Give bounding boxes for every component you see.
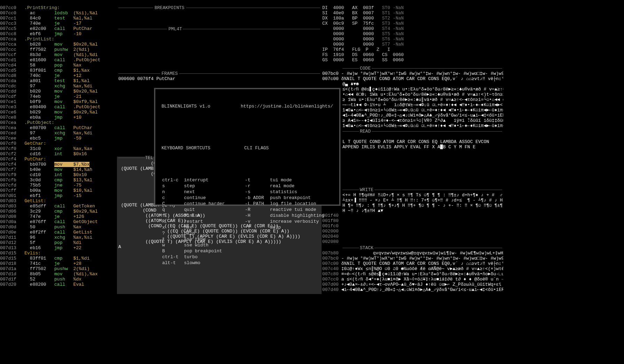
register-row: CX 00c9 SP 75fc ST3 -NaN: [322, 21, 503, 26]
help-key-row: Ccontinue harder: [162, 201, 230, 206]
cli-flags-title: CLI FLAGS: [244, 145, 330, 151]
disasm-row: 007d18 741c je +28: [0, 261, 117, 266]
help-url[interactable]: https://justine.lol/blinkenlights/: [241, 104, 333, 109]
code-line: 007bc0 - #w)w °#w)wT°)wX°w↑°‡wG #w)w°°‡w…: [322, 71, 503, 76]
code-glyph-line: 1◄0▲•⌂<←◄τôn≥i=└☺őW±→«◄Φ↓ü⌂ü ☺∟+ë=♦↑♦◄ ◄…: [322, 108, 503, 113]
disasm-row: 007cd5 83f801 cmp $1,%ax: [0, 68, 117, 73]
stack-row: 007c40 ‡0♫@↑♦Wx ≤n║%@O ☺0 ♫0 ☻%uöôë Æë α…: [322, 266, 503, 271]
disasm-row: 007d0d 50 push %ax: [0, 224, 117, 230]
code-glyph-line: •⌂◄◄ ë□Φ↓ 1Wa u•:Eλu°δ★öo°δu♂8ë►≥«:♣u®vä…: [322, 92, 503, 97]
disasm-row: 007d20 e88200 call Eval: [0, 282, 117, 287]
disasm-row: 007ccf 8b3d mov (%di),%di: [0, 52, 117, 57]
disasm-row: 007ccc ff7502 pushw 2(%di): [0, 47, 117, 52]
disasm-row: 007cf2 cd16 int $0x16: [0, 151, 117, 157]
write-line: ┴±x+▐ ‼‼‼ - ×♪ E+ ┴ ‼¶ H ‼↑: 7+¶ ☺¶+‼ # …: [342, 198, 503, 203]
code-header: CODE: [360, 66, 371, 71]
disasm-row: 007cff b00a mov $10,%al: [0, 188, 117, 193]
disasm-row: 007d13 eb16 jmp +22: [0, 245, 117, 251]
kb-shortcuts-title: KEYBOARD SHORTCUTS: [161, 145, 230, 151]
disasm-row: 007cea .PutObject:: [0, 120, 117, 125]
write-line: H ~‼ ♪ ♪¶±‼H ▲▼: [342, 208, 503, 213]
disasm-row: 007ced 97 xchg %ax,%di: [0, 130, 117, 136]
disasm-row: 007cc5 e82c00 call PutChar: [0, 26, 117, 31]
help-flag-row: -L PATHlog file location: [245, 201, 329, 206]
frames-content: 000600 0076f4 PutChar: [118, 76, 175, 81]
stack-row: 007cc0 a ≤<(t♂ﬁ δ◄*=♦(λu■i≡ð► Xå~◊+ö♫¥‡↑…: [322, 277, 503, 282]
code-line: 007c00 δ%NIL T QUOTE COND ATOM CAR CDR C…: [322, 76, 503, 81]
write-line: <+= H ‼¶q#H# ‼♫D+♪¶ × s ‼¶ Ts ☺¶ ¶ ¶ : ‼…: [342, 192, 503, 198]
register-row: 0000 0000 ST4 -NaN: [322, 26, 503, 31]
disasm-row: 007cc0 ac lodsb (%si),%al: [0, 10, 117, 16]
help-flag-row: -Rreactive tui mode: [245, 207, 329, 212]
write-buffer: <+= H ‼¶q#H# ‼♫D+♪¶ × s ‼¶ Ts ☺¶ ¶ ¶ : ‼…: [342, 192, 503, 213]
stack-row: 007bc0 - #w)w °#w)wT°)wX°w↑°‡wG #w)w°°‡w…: [322, 256, 503, 261]
code-glyph-line: ─←→ti♦◄ Φ-i½+u ┴ i⌂δ@τW±→«◄Φ↓ü ☺∟+ë=♦↑♦◄…: [322, 102, 503, 108]
disasm-row: 007ce8 eb0a jmp +10: [0, 115, 117, 120]
disasm-row: 007d01 ebf1 jmp -15: [0, 193, 117, 198]
disasm-row: 007d1a ff7502 pushw 2(%di): [0, 266, 117, 271]
keyboard-shortcuts-list: ctrl-cinterruptsstepnnextccontinueCconti…: [161, 177, 230, 266]
help-key-row: ccontinue: [162, 195, 230, 200]
help-key-row: tsse type: [162, 237, 230, 242]
disasm-row: 007cdd b020 mov $0x20,%al: [0, 89, 117, 94]
disasm-row: 007cd1 e81600 call .PutObject: [0, 57, 117, 63]
disasm-row: 007cea e80700 call PutChar: [0, 125, 117, 130]
disasm-row: 007d03 GetList:: [0, 198, 117, 204]
disasm-row: 007ce1 b0f9 mov $0xf9,%al: [0, 99, 117, 104]
register-flags: IP 76f4 FLG P Z I: [322, 47, 503, 52]
write-header: WRITE: [360, 187, 373, 192]
help-flag-row: -rreal mode: [245, 183, 329, 189]
disasm-row: 007cc1 84c0 test %al,%al: [0, 16, 117, 21]
disassembly-listing: 007cc0 .PrintString:007cc0 ac lodsb (%si…: [0, 5, 117, 287]
register-row: 0000 0000 ST5 -NaN: [322, 31, 503, 37]
disasm-row: 007cfb 3c0d cmp $13,%al: [0, 177, 117, 183]
disasm-row: 007d11 96 xchg %ax,%si: [0, 235, 117, 240]
disasm-row: 007cdc 97 xchg %ax,%di: [0, 84, 117, 89]
register-row: 0000 0000 ST7 -NaN: [322, 42, 503, 47]
stack-header: STACK: [360, 245, 373, 251]
disasm-row: 007cda a801 test $1,%al: [0, 78, 117, 84]
disasm-row: 007d0e e8f2ff call GetList: [0, 230, 117, 235]
read-header: READ: [360, 129, 371, 134]
disasm-row: 007cf4 bb0700 mov $7,%bx: [0, 162, 117, 167]
stack-row: 007c80 ≡=é←<(t♂ﬁ s@ë≤▌ç♦☺11♫@↑Wa u•:Eλu°…: [322, 271, 503, 277]
disasm-row: 007cc0 .PrintString:: [0, 5, 117, 10]
register-segment: FS 1910 DS 0060 CS 0060: [322, 52, 503, 57]
registers-panel: DI 4000 AX 003f ST0 -NaNSI 40e0 BX 0007 …: [322, 5, 503, 63]
help-key-row: ?help: [162, 231, 230, 236]
code-glyph-line: 1◄0▲•⌂<←◄τôn≥i=└☺őW±→«◄Φ↓ü⌂ü ☺∟+ë=♦↑♦◄ ◄…: [322, 123, 503, 128]
disasm-row: 007cf9 cd10 int $0x10: [0, 172, 117, 177]
help-version: BLINKENLIGHTS v1.o: [161, 104, 210, 109]
help-flag-row: -ttui mode: [245, 177, 329, 183]
code-glyph-line: ◄1←4◄0B▲^_P0Ω↑♪_∂B«‡→△◄↓☺Wi≡ð►△A♣_♂ÿδvå°…: [322, 113, 503, 118]
stack-header-row: 007b80 qvqv±w√wqv±w≤w@±qvqv±w‡w)wi¶‡w- #…: [322, 251, 503, 256]
help-flag-row: -?help: [245, 225, 329, 230]
disasm-row: 007d03 e85dff call GetToken: [0, 204, 117, 209]
code-glyph-line: ≥ 1Wa u•:Eλu°δ★öo°δu♂8ë►≥«:♣u║vä•æð # v═…: [322, 97, 503, 102]
disasm-row: 007cf0 GetChar:: [0, 141, 117, 146]
stack-row: 007d40 ◄i←4◄0B▲^_P0Ω↑♪_∂B«‡→△◄↓☺Wi≡ð►△A♣…: [322, 287, 503, 292]
write-line: H ¶+ ‼¶♪ : ¶ ‼¶♪ ¶+♪¶ H ‼¶+ ¶☺ ¶ ¶ - ♪ +…: [342, 203, 503, 208]
disasm-row: 007cc8 ebf6 jmp -10: [0, 31, 117, 37]
stack-dump: 007b80 qvqv±w√wqv±w≤w@±qvqv±w‡w)wi¶‡w- #…: [322, 251, 503, 292]
code-glyph-line: ≤<(t♂ﬁ @ë≤▌ç♦☺11♫@↑Wa u•:Eλu°δ★öo°δu♂8ë►…: [322, 87, 503, 92]
help-key-row: qquit: [162, 207, 230, 212]
help-flag-row: -b ADDRpush breakpoint: [245, 195, 329, 200]
disasm-row: 007d15 Evlis:: [0, 251, 117, 256]
disasm-row: 007cee ebc5 jmp -59: [0, 136, 117, 141]
help-key-row: alt-tslowmo: [162, 260, 230, 266]
help-key-row: Rrestart: [162, 219, 230, 224]
stack-row: 007c00 δ%NIL T QUOTE COND ATOM CAR CDR C…: [322, 261, 503, 266]
disasm-row: 007cd8 740c je +12: [0, 73, 117, 78]
register-segment: GS 0000 ES 0060 SS 0060: [322, 57, 503, 63]
register-row: 0000 0000 ST6 -NaN: [322, 37, 503, 42]
cli-flags-list: -ttui mode-rreal mode-sstatistics-b ADDR…: [244, 177, 330, 231]
disasm-row: 007cca .PrintList:: [0, 37, 117, 42]
disasm-row: 007cca b028 mov $0x28,%al: [0, 42, 117, 47]
register-row: DX 180a BP 0000 ST2 -NaN: [322, 16, 503, 21]
code-dump: 007bc0 - #w)w °#w)wT°)wX°w↑°‡wG #w)w°°‡w…: [322, 71, 503, 128]
read-buffer: L T QUOTE COND ATOM CAR CDR CONS EQ LAMB…: [342, 139, 503, 150]
disasm-row: 007cf0 31c0 xor %ax,%ax: [0, 146, 117, 151]
help-key-row: nnext: [162, 189, 230, 195]
pml4t-header: PML4T: [168, 26, 182, 32]
